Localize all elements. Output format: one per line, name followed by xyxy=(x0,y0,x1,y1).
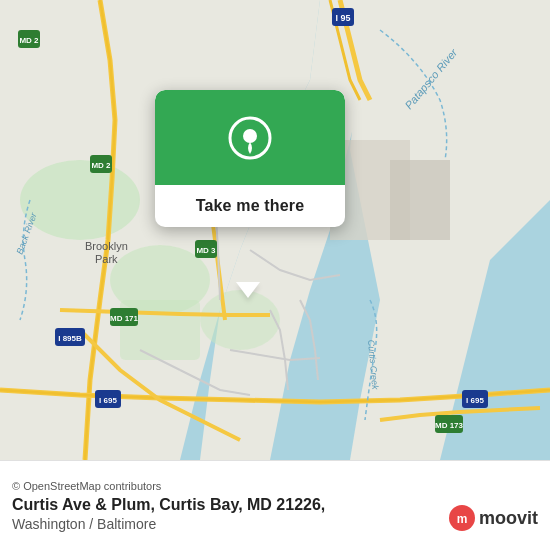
map-container: I 95 MD 2 MD 2 MD 3 I 695 I 695 I 895B M… xyxy=(0,0,550,460)
svg-text:m: m xyxy=(457,512,468,526)
svg-text:I 895B: I 895B xyxy=(58,334,82,343)
svg-text:Brooklyn: Brooklyn xyxy=(85,240,128,252)
svg-text:MD 173: MD 173 xyxy=(435,421,464,430)
svg-rect-9 xyxy=(390,160,450,240)
svg-text:I 695: I 695 xyxy=(99,396,117,405)
osm-text: © OpenStreetMap contributors xyxy=(12,480,161,492)
svg-text:MD 3: MD 3 xyxy=(196,246,216,255)
svg-text:Park: Park xyxy=(95,253,118,265)
popup-arrow xyxy=(236,282,260,298)
svg-text:MD 2: MD 2 xyxy=(19,36,39,45)
svg-point-6 xyxy=(200,290,280,350)
svg-text:MD 2: MD 2 xyxy=(91,161,111,170)
moovit-logo: m moovit xyxy=(448,504,538,532)
moovit-text: moovit xyxy=(479,508,538,529)
svg-point-34 xyxy=(243,129,257,143)
svg-text:MD 171: MD 171 xyxy=(110,314,139,323)
location-pin-icon xyxy=(228,116,272,160)
moovit-icon: m xyxy=(448,504,476,532)
osm-attribution: © OpenStreetMap contributors xyxy=(12,480,538,492)
take-me-there-button[interactable]: Take me there xyxy=(196,197,305,215)
svg-text:I 95: I 95 xyxy=(335,13,350,23)
svg-text:I 695: I 695 xyxy=(466,396,484,405)
popup-card: Take me there xyxy=(155,90,345,227)
svg-point-4 xyxy=(20,160,140,240)
bottom-bar: © OpenStreetMap contributors Curtis Ave … xyxy=(0,460,550,550)
popup-header xyxy=(155,90,345,185)
